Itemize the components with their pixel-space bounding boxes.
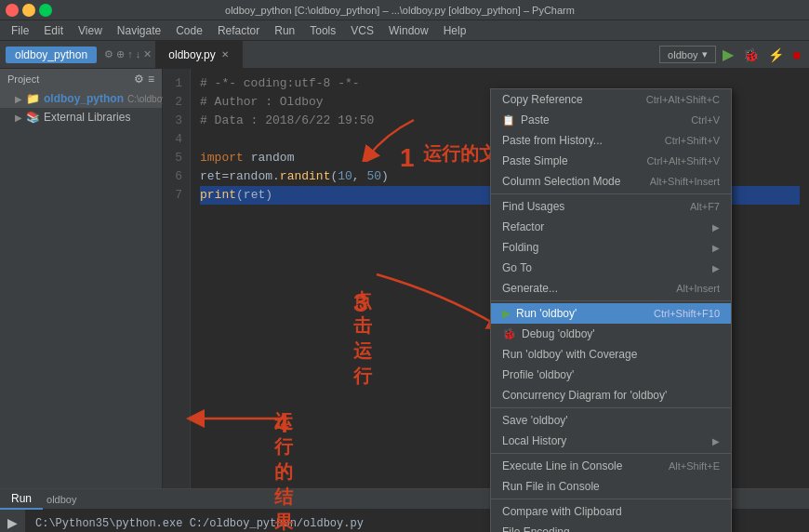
menu-edit[interactable]: Edit xyxy=(36,22,71,39)
generate-shortcut: Alt+Insert xyxy=(676,283,720,294)
profile-label: Profile 'oldboy' xyxy=(502,368,574,381)
minimize-button[interactable] xyxy=(22,4,35,17)
run-oldboy-label: Run 'oldboy' xyxy=(516,307,577,320)
title-bar: oldboy_python [C:\oldboy_python] – ...\o… xyxy=(0,0,809,20)
bottom-tab-run[interactable]: Run xyxy=(0,489,43,510)
paste-icon: 📋 xyxy=(502,114,515,126)
run-config-selector[interactable]: oldboy ▾ xyxy=(659,46,715,63)
file-encoding-label: File Encoding xyxy=(502,525,570,532)
maximize-button[interactable] xyxy=(39,4,52,17)
ctx-sep-2 xyxy=(491,300,731,301)
ctx-debug-oldboy[interactable]: 🐞 Debug 'oldboy' xyxy=(491,324,731,344)
run-icon: ▶ xyxy=(502,307,511,320)
window-title: oldboy_python [C:\oldboy_python] – ...\o… xyxy=(52,5,748,16)
refactor-label: Refactor xyxy=(502,220,544,233)
ctx-goto[interactable]: Go To ▶ xyxy=(491,258,731,278)
ctx-run-oldboy[interactable]: ▶ Run 'oldboy' Ctrl+Shift+F10 xyxy=(491,303,731,324)
editor-tab-oldboy[interactable]: oldboy.py ✕ xyxy=(155,41,242,69)
ctx-paste-history[interactable]: Paste from History... Ctrl+Shift+V xyxy=(491,130,731,151)
menu-code[interactable]: Code xyxy=(168,22,210,39)
expand-arrow-icon: ▶ xyxy=(15,94,22,104)
folding-arrow-icon: ▶ xyxy=(712,243,720,253)
close-button[interactable] xyxy=(6,4,19,17)
run-oldboy-shortcut: Ctrl+Shift+F10 xyxy=(654,308,720,319)
project-button[interactable]: oldboy_python xyxy=(6,47,97,63)
run-tab-label: Run xyxy=(11,492,32,505)
expand-arrow-icon-2: ▶ xyxy=(15,113,22,123)
local-history-arrow-icon: ▶ xyxy=(712,436,720,446)
ctx-run-file[interactable]: Run File in Console xyxy=(491,476,731,497)
find-usages-label: Find Usages xyxy=(502,200,564,213)
ctx-profile[interactable]: Profile 'oldboy' xyxy=(491,365,731,385)
ctx-save[interactable]: Save 'oldboy' xyxy=(491,410,731,431)
ctx-compare-clipboard[interactable]: Compare with Clipboard xyxy=(491,501,731,522)
run-button[interactable]: ▶ xyxy=(720,44,736,65)
local-history-label: Local History xyxy=(502,434,566,447)
paste-simple-shortcut: Ctrl+Alt+Shift+V xyxy=(646,155,720,166)
bottom-toolbar: ▶ ↺ ■ ⬇ ⚙ ✕ xyxy=(0,510,26,532)
ctx-folding[interactable]: Folding ▶ xyxy=(491,237,731,258)
external-libraries-label: External Libraries xyxy=(44,111,130,124)
toolbar-nav-icons: ⚙ ⊕ ↑ ↓ ✕ xyxy=(104,48,152,60)
refactor-arrow-icon: ▶ xyxy=(712,222,720,233)
toolbar: oldboy_python ⚙ ⊕ ↑ ↓ ✕ oldboy.py ✕ oldb… xyxy=(0,41,809,69)
menu-file[interactable]: File xyxy=(4,22,36,39)
menu-tools[interactable]: Tools xyxy=(302,22,343,39)
sync-icon[interactable]: ⚙ xyxy=(134,73,144,86)
ctx-paste[interactable]: 📋 Paste Ctrl+V xyxy=(491,110,731,130)
generate-label: Generate... xyxy=(502,282,558,295)
ctx-execute-line[interactable]: Execute Line in Console Alt+Shift+E xyxy=(491,456,731,476)
copy-reference-shortcut: Ctrl+Alt+Shift+C xyxy=(646,94,720,105)
ctx-paste-simple[interactable]: Paste Simple Ctrl+Alt+Shift+V xyxy=(491,151,731,171)
editor-tab-bar: oldboy.py ✕ xyxy=(155,41,242,69)
ctx-generate[interactable]: Generate... Alt+Insert xyxy=(491,278,731,299)
line-numbers: 1 2 3 4 5 6 7 xyxy=(163,69,191,488)
run-again-button[interactable]: ▶ xyxy=(6,513,20,532)
stop-button[interactable]: ■ xyxy=(790,46,803,64)
goto-arrow-icon: ▶ xyxy=(712,263,720,273)
window-controls[interactable] xyxy=(6,4,52,17)
library-icon: 📚 xyxy=(26,111,40,124)
folding-label: Folding xyxy=(502,241,538,254)
ctx-sep-5 xyxy=(491,499,731,499)
column-selection-label: Column Selection Mode xyxy=(502,175,620,188)
folder-icon: 📁 xyxy=(26,92,40,105)
sidebar: Project ⚙ ≡ ▶ 📁 oldboy_python C:\oldboy … xyxy=(0,69,163,488)
tab-label: oldboy.py xyxy=(168,48,215,61)
paste-history-shortcut: Ctrl+Shift+V xyxy=(665,135,720,146)
chevron-down-icon: ▾ xyxy=(702,48,708,60)
sidebar-item-libraries[interactable]: ▶ 📚 External Libraries xyxy=(0,108,162,126)
debug-button[interactable]: 🐞 xyxy=(740,46,762,64)
paste-shortcut: Ctrl+V xyxy=(691,114,720,126)
menu-vcs[interactable]: VCS xyxy=(343,22,381,39)
debug-oldboy-label: Debug 'oldboy' xyxy=(522,327,595,340)
copy-reference-label: Copy Reference xyxy=(502,93,583,106)
ctx-concurrency[interactable]: Concurrency Diagram for 'oldboy' xyxy=(491,385,731,406)
ctx-file-encoding[interactable]: File Encoding xyxy=(491,522,731,532)
run-coverage-label: Run 'oldboy' with Coverage xyxy=(502,348,637,361)
ctx-sep-4 xyxy=(491,453,731,454)
menu-run[interactable]: Run xyxy=(267,22,302,39)
column-selection-shortcut: Alt+Shift+Insert xyxy=(650,176,720,187)
menu-window[interactable]: Window xyxy=(381,22,436,39)
tab-close-icon[interactable]: ✕ xyxy=(221,49,229,60)
menu-view[interactable]: View xyxy=(71,22,110,39)
menu-navigate[interactable]: Navigate xyxy=(110,22,168,39)
ctx-find-usages[interactable]: Find Usages Alt+F7 xyxy=(491,196,731,217)
sidebar-item-project[interactable]: ▶ 📁 oldboy_python C:\oldboy xyxy=(0,89,162,108)
find-usages-shortcut: Alt+F7 xyxy=(690,201,720,212)
ctx-column-selection[interactable]: Column Selection Mode Alt+Shift+Insert xyxy=(491,171,731,192)
sidebar-header: Project ⚙ ≡ xyxy=(0,69,162,89)
debug-icon: 🐞 xyxy=(502,327,516,340)
settings-icon[interactable]: ≡ xyxy=(148,73,154,86)
ctx-copy-reference[interactable]: Copy Reference Ctrl+Alt+Shift+C xyxy=(491,89,731,110)
menu-help[interactable]: Help xyxy=(436,22,474,39)
ctx-run-coverage[interactable]: Run 'oldboy' with Coverage xyxy=(491,344,731,365)
execute-line-label: Execute Line in Console xyxy=(502,459,622,472)
ctx-local-history[interactable]: Local History ▶ xyxy=(491,431,731,451)
goto-label: Go To xyxy=(502,261,532,274)
menu-refactor[interactable]: Refactor xyxy=(210,22,267,39)
coverage-button[interactable]: ⚡ xyxy=(765,46,787,64)
ctx-refactor[interactable]: Refactor ▶ xyxy=(491,217,731,237)
menu-bar: File Edit View Navigate Code Refactor Ru… xyxy=(0,20,809,41)
